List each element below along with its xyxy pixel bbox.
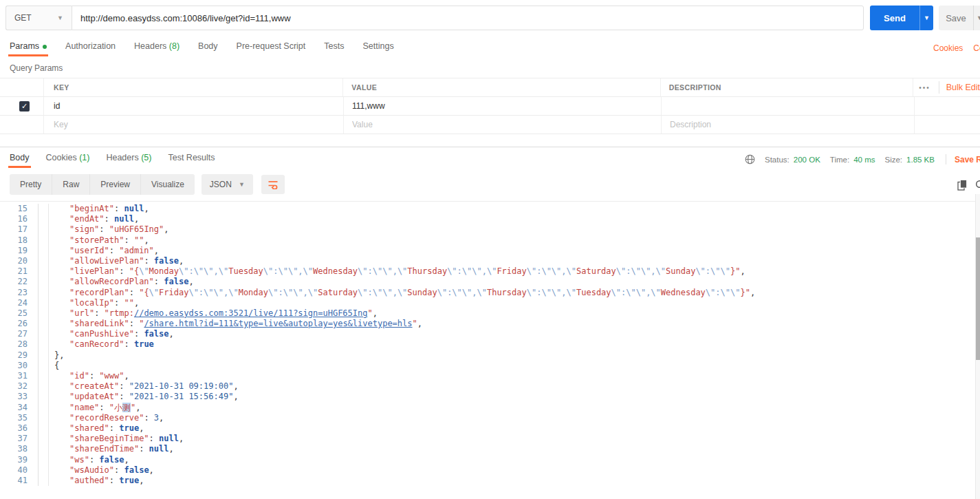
response-tab-test-results[interactable]: Test Results [168,153,215,168]
send-options-caret[interactable]: ▼ [919,6,933,30]
fold-gutter[interactable] [38,444,49,454]
fold-gutter[interactable] [38,361,49,371]
fold-gutter[interactable] [38,329,49,339]
view-visualize-button[interactable]: Visualize [141,174,195,195]
bulk-edit-link[interactable]: Bulk Edit [946,83,980,92]
fold-gutter[interactable] [38,392,49,402]
response-link[interactable]: //demo.easydss.com:3521/live/111?sign=uH… [134,308,368,318]
code-token: "recordReserve" [69,413,144,423]
code-token: : [94,308,104,318]
code-token: : [109,423,119,433]
code-token: , [134,298,139,308]
code-token: "endAt" [69,214,105,224]
response-body-viewer[interactable]: 15"beginAt": null,16"endAt": null,17"sig… [0,201,975,499]
url-input[interactable] [72,6,864,30]
param-value-input[interactable] [352,101,646,111]
save-options-caret[interactable]: ▼ [973,6,980,30]
param-checkbox[interactable]: ✓ [19,101,30,112]
fold-gutter[interactable] [38,403,49,413]
method-label: GET [14,13,32,23]
new-key-input[interactable] [54,120,329,129]
code-token: true [119,423,139,433]
fold-gutter[interactable] [38,214,49,224]
method-select[interactable]: GET ▼ [6,6,72,30]
fold-gutter[interactable] [38,319,49,329]
request-response-divider[interactable] [0,147,980,147]
fold-gutter[interactable] [38,277,49,287]
code-line: 22"allowRecordPlan": false, [0,277,975,287]
tab-pre-request-script[interactable]: Pre-request Script [237,41,306,56]
search-icon[interactable] [975,180,980,191]
fold-gutter[interactable] [38,455,49,465]
save-response-button[interactable]: Save Response [955,155,980,164]
line-number: 41 [0,476,28,486]
fold-gutter[interactable] [38,224,49,235]
param-description-input[interactable] [670,101,902,111]
tab-settings[interactable]: Settings [362,41,393,56]
code-token: , [139,476,144,485]
fold-gutter[interactable] [38,423,49,434]
view-pretty-button[interactable]: Pretty [10,174,52,195]
response-tab-body[interactable]: Body [10,153,30,168]
code-token: "2021-10-31 09:19:00" [129,381,234,391]
scrollbar-track[interactable] [975,194,980,499]
code-token: "id" [69,371,89,381]
code-token: \" [651,288,660,297]
code-link[interactable]: Code [973,43,980,53]
view-preview-button[interactable]: Preview [90,174,141,195]
fold-gutter[interactable] [38,246,49,256]
new-description-input[interactable] [670,120,902,129]
code-token: : [119,392,129,401]
query-params-label: Query Params [10,63,63,73]
format-select[interactable]: JSON ▼ [202,174,253,195]
fold-gutter[interactable] [38,256,49,266]
code-token: "updateAt" [69,392,119,401]
response-link[interactable]: /share.html?id=111&type=live&autoplay=ye… [144,319,412,328]
save-button[interactable]: Save [939,6,973,30]
code-token: }" [740,288,750,297]
code-token: Tuesday [576,288,611,297]
response-tab-headers[interactable]: Headers (5) [106,153,151,168]
send-button[interactable]: Send [870,6,919,30]
fold-gutter[interactable] [38,350,49,361]
fold-gutter[interactable] [38,308,49,319]
code-token: \" [487,266,497,276]
param-key-input[interactable] [54,101,329,111]
fold-gutter[interactable] [38,413,49,423]
code-token: false [144,329,168,339]
tab-headers[interactable]: Headers (8) [134,41,179,56]
code-token: true [134,339,154,349]
tab-params[interactable]: Params [10,41,47,56]
more-actions-icon[interactable]: ••• [919,84,930,92]
new-value-input[interactable] [352,120,646,129]
fold-gutter[interactable] [38,476,49,486]
fold-gutter[interactable] [38,266,49,277]
line-number: 37 [0,434,28,444]
fold-gutter[interactable] [38,381,49,392]
code-line: 40"wsAudio": false, [0,465,975,476]
globe-icon[interactable] [745,154,755,164]
response-tab-cookies[interactable]: Cookies (1) [46,153,90,168]
code-token: \":\"\", [527,266,567,276]
code-line: 28"canRecord": true [0,339,975,350]
scrollbar-thumb[interactable] [976,237,980,360]
tab-body[interactable]: Body [198,41,218,56]
view-raw-button[interactable]: Raw [52,174,90,195]
fold-gutter[interactable] [38,235,49,246]
code-token: false [99,455,124,465]
code-line: 37"shareBeginTime": null, [0,434,975,444]
fold-gutter[interactable] [38,204,49,214]
cookies-link[interactable]: Cookies [933,43,963,53]
copy-icon[interactable] [957,180,968,191]
fold-gutter[interactable] [38,371,49,381]
code-token: Sunday [407,288,437,297]
fold-gutter[interactable] [38,465,49,476]
fold-gutter[interactable] [38,339,49,350]
tab-authorization[interactable]: Authorization [65,41,116,56]
fold-gutter[interactable] [38,434,49,444]
fold-gutter[interactable] [38,288,49,298]
fold-gutter[interactable] [38,298,49,308]
wrap-text-button[interactable] [261,175,285,194]
size-value: 1.85 KB [906,156,935,164]
tab-tests[interactable]: Tests [324,41,344,56]
